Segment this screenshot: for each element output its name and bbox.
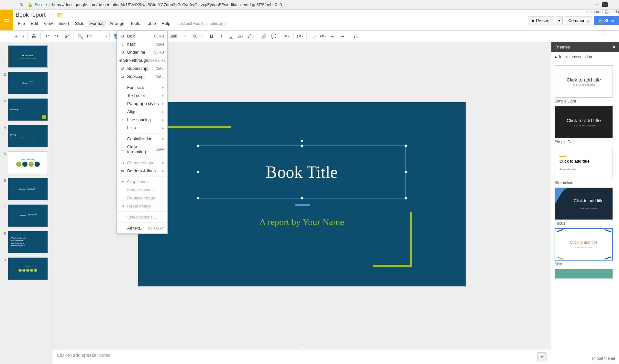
increase-indent-icon[interactable]: ⇥ [338,32,347,41]
star-icon[interactable]: ☆ [595,2,599,7]
paint-format-icon[interactable]: 🖌 [62,32,71,41]
present-dropdown[interactable]: ▾ [556,16,563,25]
comments-button[interactable]: Comments [565,16,592,25]
subtitle-text[interactable]: A report by Your Name [138,217,466,227]
accent-underline [295,204,310,206]
dd-bold[interactable]: BBoldCtrl+B [117,32,167,40]
menu-slide[interactable]: Slide [72,20,87,27]
url-bar[interactable]: 🔒 Secure | https://docs.google.com/prese… [28,2,591,7]
share-button[interactable]: 🔒Share [594,16,619,25]
zoom-select[interactable]: Fit [85,34,105,38]
dd-strike[interactable]: SStrikethroughAlt+Shift+5 [117,56,167,64]
notes-placeholder: Click to add speaker notes [57,353,110,358]
underline-icon[interactable]: U [227,32,236,41]
zoom-icon[interactable]: 🔍 [75,32,84,41]
highlight-icon[interactable]: 🖍▾ [246,32,255,41]
main-area: 1Book TitleA report by Your Name 2About—… [0,42,619,364]
back-icon[interactable]: ← [3,2,7,7]
close-icon[interactable]: ✕ [612,45,616,49]
text-color-icon[interactable]: A▾ [236,32,245,41]
user-email[interactable]: mcmorgus@iu.edu [586,10,619,14]
slide-thumb-4[interactable]: SettingWhen did it happen? How about whe… [8,125,48,147]
star-doc-icon[interactable]: ☆ [49,12,53,18]
dd-borders[interactable]: ▭Borders & lines▸ [117,167,167,175]
slide-thumb-2[interactable]: About————————— [8,72,48,94]
line-spacing-icon[interactable]: ↕≡▾ [295,32,304,41]
font-size-select[interactable]: 50 [190,34,200,38]
clear-formatting-icon[interactable]: Tₓ [351,32,360,41]
align-icon[interactable]: ≡▾ [282,32,291,41]
undo-icon[interactable]: ↶ [43,32,52,41]
last-edit-label: Last edit was 2 minutes ago [177,21,226,26]
filmstrip[interactable]: 1Book TitleA report by Your Name 2About—… [0,42,52,364]
new-slide-dropdown[interactable]: ▾ [21,32,25,41]
title-text[interactable]: Book Title [266,162,337,182]
italic-icon[interactable]: I [217,32,226,41]
theme-next[interactable] [555,269,616,279]
bulleted-list-icon[interactable]: •≡▾ [318,32,327,41]
theme-shift[interactable]: Click to add title Click to add subtitle… [555,228,616,266]
dd-paragraph[interactable]: Paragraph styles▸ [117,100,167,108]
dd-textcolor[interactable]: Text color▸ [117,91,167,100]
url-text: https://docs.google.com/presentation/d/1… [52,2,282,7]
menu-arrange[interactable]: Arrange [107,20,127,27]
toolbar-more-icon[interactable]: ˄ [598,32,607,41]
speaker-notes[interactable]: Click to add speaker notes ✦ [52,349,551,364]
comment-icon[interactable]: 💬 [269,32,278,41]
dd-crop: ✂Crop image [117,178,167,186]
theme-focus[interactable]: Click to add title Click to add subtitle… [555,187,616,226]
reload-icon[interactable]: ↻ [20,2,24,7]
decrease-indent-icon[interactable]: ⇤ [328,32,337,41]
browser-menu-icon[interactable]: ⋮ [611,2,615,7]
menu-table[interactable]: Table [143,20,159,27]
slide-thumb-1[interactable]: Book TitleA report by Your Name [8,45,48,68]
dd-superscript[interactable]: x²SuperscriptCtrl+. [117,64,167,72]
redo-icon[interactable]: ↷ [52,32,61,41]
menu-tools[interactable]: Tools [127,20,142,27]
new-slide-button[interactable]: + [12,32,21,41]
doc-title[interactable]: Book report [16,12,46,18]
bold-icon[interactable]: B [207,32,216,41]
slide-thumb-6[interactable]: ConflictLorem ipsum dolor sitamet consec… [8,178,48,200]
import-theme-button[interactable]: Import theme [551,353,619,364]
print-icon[interactable]: 🖶 [29,32,39,41]
themes-section[interactable]: ▸In this presentation [551,52,619,62]
menu-format[interactable]: Format [88,20,106,27]
slide-canvas[interactable]: Book Title A report by Your Name [138,102,466,286]
slide-thumb-3[interactable]: Summary [8,98,48,121]
theme-streamline[interactable]: Click to add titleClick to add subtitle … [555,147,616,185]
menu-file[interactable]: File [16,20,28,27]
folder-icon[interactable]: 📁 [57,12,63,18]
dd-subscript[interactable]: x₂SubscriptCtrl+, [117,72,167,80]
theme-simple-light[interactable]: Click to add titleClick to add subtitle … [555,65,616,103]
slide-thumb-8[interactable]: What's the book'smain message?Use this s… [8,231,48,253]
slide-thumb-5[interactable]: Main Characters [8,151,48,174]
slide-thumb-9[interactable]: Review★★★★★ [8,257,48,280]
dd-alt-text[interactable]: Alt text...Ctrl+Alt+Y [117,224,167,232]
themes-header: Themes ✕ [551,42,619,52]
menu-help[interactable]: Help [159,20,173,27]
explore-button[interactable]: ✦ [537,352,547,361]
forward-icon[interactable]: → [11,2,16,7]
dd-italic[interactable]: IItalicCtrl+I [117,40,167,48]
dd-lists[interactable]: Lists▸ [117,124,167,132]
menu-view[interactable]: View [41,20,55,27]
title-textbox[interactable]: Book Title [198,145,406,198]
numbered-list-icon[interactable]: ⒈▾ [309,32,318,41]
dd-linespacing[interactable]: ↕Line spacing▸ [117,116,167,124]
theme-simple-dark[interactable]: Click to add titleClick to add subtitle … [555,106,616,144]
slide-thumb-7[interactable]: SolutionLorem ipsum dolor sitamet consec… [8,204,48,227]
slides-logo[interactable]: ▭ [0,10,13,30]
dd-clear[interactable]: TₓClear formattingCtrl+\ [117,143,167,156]
format-dropdown: BBoldCtrl+B IItalicCtrl+I UUnderlineCtrl… [116,30,168,234]
present-button[interactable]: ▶Present [528,16,554,25]
notes-resize-handle[interactable]: ⋯ [52,347,551,349]
menu-insert[interactable]: Insert [56,20,72,27]
extension-icon[interactable]: ••• [602,2,608,7]
dd-capitalization[interactable]: Capitalization▸ [117,135,167,143]
menu-edit[interactable]: Edit [28,20,40,27]
dd-underline[interactable]: UUnderlineCtrl+U [117,48,167,56]
dd-align[interactable]: Align▸ [117,108,167,116]
dd-fontsize[interactable]: Font size▸ [117,83,167,91]
link-icon[interactable]: 🔗 [259,32,268,41]
